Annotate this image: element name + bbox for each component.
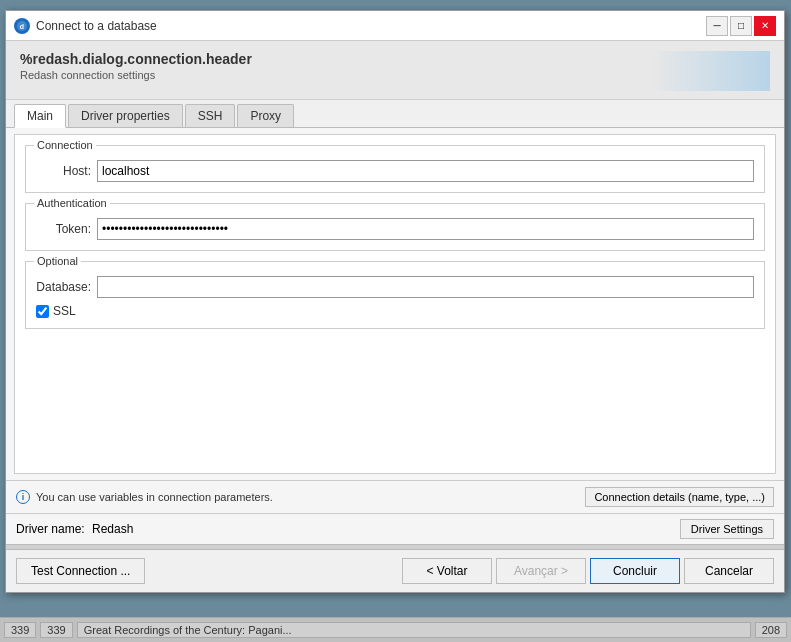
taskbar-col4: 208 [755, 622, 787, 638]
dialog-title: Connect to a database [36, 19, 157, 33]
tab-ssh[interactable]: SSH [185, 104, 236, 127]
token-label: Token: [36, 222, 91, 236]
host-label: Host: [36, 164, 91, 178]
title-bar-left: d Connect to a database [14, 18, 157, 34]
tab-main[interactable]: Main [14, 104, 66, 128]
button-row: Test Connection ... < Voltar Avançar > C… [6, 550, 784, 592]
optional-section: Optional Database: SSL [25, 261, 765, 329]
main-content: Connection Host: Authentication Token: [14, 134, 776, 474]
authentication-label: Authentication [34, 197, 110, 209]
connect-dialog: d Connect to a database ─ □ ✕ %redash.di… [5, 10, 785, 593]
database-input[interactable] [97, 276, 754, 298]
driver-info: Driver name: Redash [16, 522, 133, 536]
app-icon: d [14, 18, 30, 34]
back-button[interactable]: < Voltar [402, 558, 492, 584]
optional-label: Optional [34, 255, 81, 267]
ssl-row: SSL [36, 304, 754, 318]
info-message: You can use variables in connection para… [36, 491, 273, 503]
nav-buttons: < Voltar Avançar > Concluir Cancelar [402, 558, 774, 584]
test-connection-button[interactable]: Test Connection ... [16, 558, 145, 584]
dialog-header: %redash.dialog.connection.header Redash … [6, 41, 784, 100]
database-label: Database: [36, 280, 91, 294]
connection-details-button[interactable]: Connection details (name, type, ...) [585, 487, 774, 507]
title-bar: d Connect to a database ─ □ ✕ [6, 11, 784, 41]
authentication-section: Authentication Token: [25, 203, 765, 251]
maximize-button[interactable]: □ [730, 16, 752, 36]
taskbar-col2: 339 [40, 622, 72, 638]
minimize-button[interactable]: ─ [706, 16, 728, 36]
host-row: Host: [36, 160, 754, 182]
tab-proxy[interactable]: Proxy [237, 104, 294, 127]
header-logo [650, 51, 770, 91]
taskbar: 339 339 Great Recordings of the Century:… [0, 617, 791, 642]
token-input[interactable] [97, 218, 754, 240]
window-controls: ─ □ ✕ [706, 16, 776, 36]
finish-button[interactable]: Concluir [590, 558, 680, 584]
driver-name: Redash [92, 522, 133, 536]
driver-bar: Driver name: Redash Driver Settings [6, 513, 784, 544]
tab-driver-properties[interactable]: Driver properties [68, 104, 183, 127]
ssl-label: SSL [53, 304, 76, 318]
driver-label: Driver name: [16, 522, 85, 536]
info-bar: i You can use variables in connection pa… [6, 480, 784, 513]
dialog-body: Main Driver properties SSH Proxy Connect… [6, 100, 784, 544]
next-button[interactable]: Avançar > [496, 558, 586, 584]
close-button[interactable]: ✕ [754, 16, 776, 36]
taskbar-col1: 339 [4, 622, 36, 638]
info-left: i You can use variables in connection pa… [16, 490, 273, 504]
host-input[interactable] [97, 160, 754, 182]
tab-bar: Main Driver properties SSH Proxy [6, 100, 784, 128]
ssl-checkbox[interactable] [36, 305, 49, 318]
cancel-button[interactable]: Cancelar [684, 558, 774, 584]
token-row: Token: [36, 218, 754, 240]
database-row: Database: [36, 276, 754, 298]
header-title: %redash.dialog.connection.header [20, 51, 252, 67]
header-subtitle: Redash connection settings [20, 69, 252, 81]
connection-label: Connection [34, 139, 96, 151]
driver-settings-button[interactable]: Driver Settings [680, 519, 774, 539]
info-icon: i [16, 490, 30, 504]
taskbar-col3: Great Recordings of the Century: Pagani.… [77, 622, 751, 638]
svg-text:d: d [20, 23, 24, 30]
connection-section: Connection Host: [25, 145, 765, 193]
